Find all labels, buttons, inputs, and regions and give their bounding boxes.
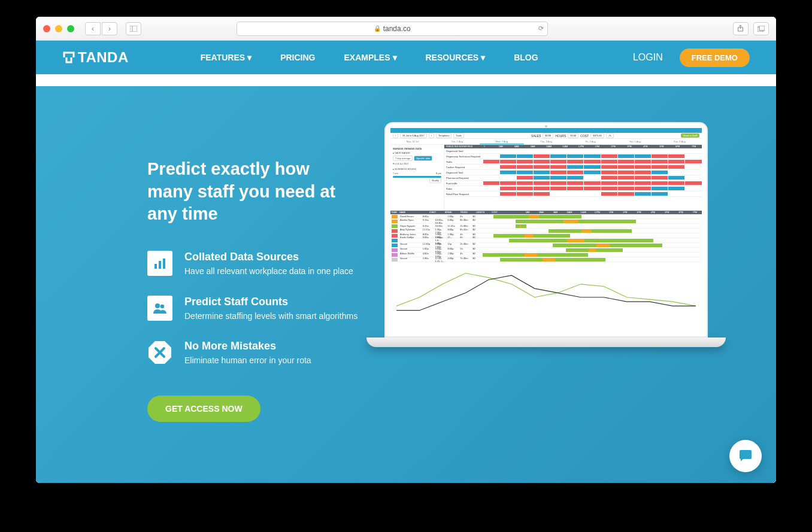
mock-send-button: Send to Staff	[681, 133, 699, 138]
page: TANDA FEATURES▾ PRICING EXAMPLES▾ RESOUR…	[36, 41, 776, 483]
back-button[interactable]: ‹	[85, 22, 101, 35]
free-demo-button[interactable]: FREE DEMO	[680, 48, 750, 67]
lock-icon: 🔒	[374, 25, 381, 32]
traffic-lights	[43, 25, 74, 32]
bar-chart-icon	[147, 251, 172, 276]
gantt-header: TEAMNAMESTARTBREAKFINISHLENGTHCOST7AM8AM…	[390, 211, 702, 214]
mock-templates: Templates	[436, 133, 452, 138]
svg-rect-4	[759, 26, 765, 31]
laptop-base	[366, 338, 726, 347]
hero: Predict exactly how many staff you need …	[36, 86, 776, 483]
mock-side-header: MANAGE DEMAND DATA	[393, 147, 441, 150]
mock-tools: Tools	[453, 133, 463, 138]
browser-chrome: ‹ › 🔒 tanda.co ⟳	[36, 17, 776, 41]
svg-rect-7	[163, 259, 165, 269]
get-access-button[interactable]: GET ACCESS NOW	[147, 396, 260, 422]
feature-predict: Predict Staff Counts Determine staffing …	[147, 296, 363, 323]
tabs-button[interactable]	[753, 22, 769, 35]
feature-title: Collated Data Sources	[184, 251, 353, 263]
share-button[interactable]	[733, 22, 749, 35]
chevron-down-icon: ▾	[393, 53, 397, 62]
show-sidebar-button[interactable]	[126, 22, 141, 35]
nav-right: LOGIN FREE DEMO	[633, 48, 750, 67]
feature-desc: Determine staffing levels with smart alg…	[184, 311, 357, 323]
mock-sidebar: MANAGE DEMAND DATA ▸ DATE RANGE 7 day av…	[390, 145, 444, 211]
mock-grid: PREDICTED WORKFORCE#7AM8AM9AM10AM11AM12P…	[444, 145, 702, 211]
mock-main: MANAGE DEMAND DATA ▸ DATE RANGE 7 day av…	[390, 145, 702, 211]
mock-next: ›	[429, 133, 434, 138]
svg-point-8	[155, 303, 160, 308]
feature-mistakes: No More Mistakes Eliminate human error i…	[147, 340, 363, 367]
logo[interactable]: TANDA	[62, 49, 129, 66]
nav-arrows: ‹ ›	[85, 22, 117, 35]
mock-prev: ‹	[393, 133, 398, 138]
laptop-mockup: ‹ 31 Jul to 6 Aug 2017 › Templates Tools…	[366, 122, 726, 347]
mock-sales-value: $0.00	[543, 133, 553, 138]
feature-desc: Have all relevant workplace data in one …	[184, 266, 353, 278]
minimize-icon[interactable]	[55, 25, 62, 32]
mock-hours-label: HOURS	[555, 134, 566, 138]
url-text: tanda.co	[383, 25, 411, 33]
nav-features[interactable]: FEATURES▾	[201, 53, 252, 62]
x-octagon-icon	[147, 340, 172, 365]
mock-hours-value: 90.00	[568, 133, 578, 138]
nav-pricing[interactable]: PRICING	[280, 53, 315, 62]
login-link[interactable]: LOGIN	[633, 52, 663, 63]
svg-point-9	[160, 304, 164, 308]
feature-desc: Eliminate human error in your rota	[184, 355, 311, 367]
logo-text: TANDA	[78, 49, 129, 66]
feature-title: No More Mistakes	[184, 340, 311, 352]
mock-daterange: 31 Jul to 6 Aug 2017	[400, 133, 426, 138]
chrome-right-icons	[733, 22, 769, 35]
mock-sales-label: SALES	[531, 134, 541, 138]
forward-button[interactable]: ›	[102, 22, 117, 35]
hero-title: Predict exactly how many staff you need …	[147, 158, 339, 226]
svg-rect-5	[154, 264, 157, 269]
url-bar[interactable]: 🔒 tanda.co ⟳	[237, 22, 548, 36]
mock-toolbar: ‹ 31 Jul to 6 Aug 2017 › Templates Tools…	[390, 133, 702, 139]
reload-icon[interactable]: ⟳	[538, 25, 544, 32]
feature-collated: Collated Data Sources Have all relevant …	[147, 251, 363, 278]
nav-resources[interactable]: RESOURCES▾	[426, 53, 486, 62]
mock-day-tabs: Mon, 31 JulTue, 1 AugWed, 2 AugThu, 3 Au…	[390, 139, 702, 145]
laptop-screen: ‹ 31 Jul to 6 Aug 2017 › Templates Tools…	[384, 122, 708, 338]
nav-blog[interactable]: BLOG	[514, 53, 538, 62]
people-icon	[147, 296, 172, 321]
chevron-down-icon: ▾	[481, 53, 485, 62]
hero-gap	[36, 74, 776, 86]
nav-examples[interactable]: EXAMPLES▾	[344, 53, 396, 62]
mock-chart	[390, 265, 702, 318]
svg-rect-6	[159, 261, 161, 269]
svg-rect-0	[130, 26, 137, 32]
close-icon[interactable]	[43, 25, 50, 32]
mock-appbar	[390, 128, 702, 133]
chat-icon	[737, 448, 754, 464]
topnav: TANDA FEATURES▾ PRICING EXAMPLES▾ RESOUR…	[36, 41, 776, 74]
browser-window: ‹ › 🔒 tanda.co ⟳ + TANDA FE	[36, 17, 776, 483]
nav-links: FEATURES▾ PRICING EXAMPLES▾ RESOURCES▾ B…	[201, 53, 538, 62]
mock-cost-label: COST	[580, 134, 589, 138]
mock-gantt: TEAMNAMESTARTBREAKFINISHLENGTHCOST7AM8AM…	[390, 211, 702, 265]
zoom-icon[interactable]	[67, 25, 74, 32]
mock-cost-value: $375.06	[590, 133, 604, 138]
chevron-down-icon: ▾	[247, 53, 252, 62]
mock-percent: -%	[606, 133, 614, 138]
logo-icon	[62, 51, 75, 64]
chat-widget[interactable]	[729, 440, 762, 472]
app-mock: ‹ 31 Jul to 6 Aug 2017 › Templates Tools…	[390, 128, 702, 332]
feature-title: Predict Staff Counts	[184, 296, 357, 308]
